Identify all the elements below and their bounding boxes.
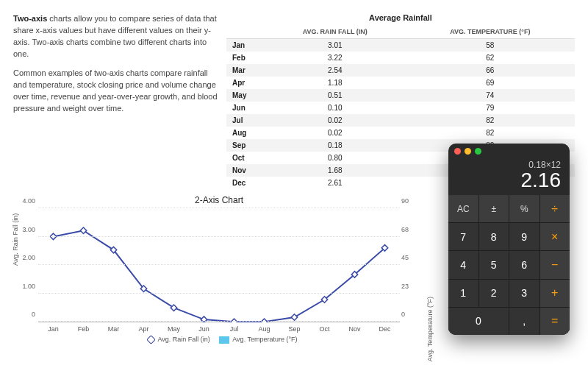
key-0[interactable]: 0 xyxy=(448,308,509,335)
zoom-icon[interactable] xyxy=(475,148,481,155)
yR-tick: 68 xyxy=(401,226,417,233)
key-plusminus[interactable]: ± xyxy=(479,195,509,222)
x-tick: Jul xyxy=(219,325,249,333)
cell-month: Apr xyxy=(226,77,265,89)
cell-month: Oct xyxy=(226,152,265,164)
cell-temp: 79 xyxy=(406,102,575,114)
key-ac[interactable]: AC xyxy=(448,195,478,222)
window-titlebar[interactable] xyxy=(448,144,570,158)
cell-rain: 3.22 xyxy=(265,52,406,64)
legend-marker-bar-icon xyxy=(219,336,229,344)
x-tick: Sep xyxy=(279,325,309,333)
key-equals[interactable]: = xyxy=(540,308,570,335)
cell-month: Mar xyxy=(226,64,265,77)
x-tick: Nov xyxy=(340,325,370,333)
cell-rain: 0.80 xyxy=(265,152,406,164)
two-axis-description: Two-axis charts allow you to compare ser… xyxy=(13,13,226,189)
x-tick: Apr xyxy=(129,325,159,333)
chart-title: 2-Axis Chart xyxy=(13,195,425,205)
close-icon[interactable] xyxy=(454,148,461,155)
key-5[interactable]: 5 xyxy=(479,251,509,278)
key-add[interactable]: + xyxy=(540,280,570,307)
cell-rain: 2.54 xyxy=(265,64,406,77)
key-6[interactable]: 6 xyxy=(509,251,539,278)
table-row: Aug0.0282 xyxy=(226,127,575,139)
table-row: Feb3.2262 xyxy=(226,52,575,64)
key-9[interactable]: 9 xyxy=(509,223,539,250)
table-row: Jan3.0158 xyxy=(226,39,575,52)
key-subtract[interactable]: − xyxy=(540,251,570,278)
chart-legend: Avg. Rain Fall (in) Avg. Temperature (°F… xyxy=(13,336,425,344)
minimize-icon[interactable] xyxy=(465,148,471,155)
key-multiply[interactable]: × xyxy=(540,223,570,250)
x-tick: Jan xyxy=(38,325,68,333)
cell-month: Feb xyxy=(226,52,265,64)
cell-temp: 82 xyxy=(406,114,575,127)
cell-rain: 0.51 xyxy=(265,89,406,102)
table-row: Jul0.0282 xyxy=(226,114,575,127)
col-rain: AVG. RAIN FALL (IN) xyxy=(265,25,406,39)
cell-month: Aug xyxy=(226,127,265,139)
table-row: May0.5174 xyxy=(226,89,575,102)
x-tick: Dec xyxy=(370,325,400,333)
key-percent[interactable]: % xyxy=(509,195,539,222)
key-1[interactable]: 1 xyxy=(448,280,478,307)
legend-marker-line-icon xyxy=(147,335,157,344)
cell-rain: 0.10 xyxy=(265,102,406,114)
yL-tick: 3.00 xyxy=(16,226,35,233)
cell-temp: 62 xyxy=(406,52,575,64)
cell-temp: 66 xyxy=(406,64,575,77)
cell-rain: 2.61 xyxy=(265,177,406,189)
yR-tick: 0 xyxy=(401,311,417,318)
two-axis-chart: 2-Axis Chart Avg. Rain Fall (in) Avg. Te… xyxy=(13,195,425,350)
y-right-axis-label: Avg. Temperature (°F) xyxy=(426,297,434,361)
cell-rain: 0.18 xyxy=(265,139,406,152)
lead-word: Two-axis xyxy=(13,14,47,23)
cell-month: Nov xyxy=(226,164,265,177)
yR-tick: 90 xyxy=(401,197,417,205)
key-4[interactable]: 4 xyxy=(448,251,478,278)
table-title: Average Rainfall xyxy=(226,13,575,22)
calculator-window[interactable]: 0.18×12 2.16 AC ± % ÷ 7 8 9 × 4 5 6 − 1 … xyxy=(448,144,570,335)
col-month xyxy=(226,25,265,39)
key-8[interactable]: 8 xyxy=(479,223,509,250)
cell-rain: 3.01 xyxy=(265,39,406,52)
yR-tick: 45 xyxy=(401,254,417,261)
yR-tick: 23 xyxy=(401,283,417,290)
cell-month: Dec xyxy=(226,177,265,189)
col-temp: AVG. TEMPERATURE (°F) xyxy=(406,25,575,39)
cell-rain: 1.68 xyxy=(265,164,406,177)
cell-month: Jun xyxy=(226,102,265,114)
cell-rain: 0.02 xyxy=(265,127,406,139)
table-row: Apr1.1869 xyxy=(226,77,575,89)
yL-tick: 0 xyxy=(16,311,35,318)
yL-tick: 4.00 xyxy=(16,197,35,205)
x-tick: Oct xyxy=(309,325,340,333)
cell-temp: 82 xyxy=(406,127,575,139)
calculator-display: 0.18×12 2.16 xyxy=(448,158,570,195)
cell-temp: 69 xyxy=(406,77,575,89)
key-3[interactable]: 3 xyxy=(509,280,539,307)
key-divide[interactable]: ÷ xyxy=(540,195,570,222)
cell-temp: 58 xyxy=(406,39,575,52)
cell-month: Jan xyxy=(226,39,265,52)
yL-tick: 1.00 xyxy=(16,283,35,290)
table-row: Jun0.1079 xyxy=(226,102,575,114)
table-row: Mar2.5466 xyxy=(226,64,575,77)
cell-temp: 74 xyxy=(406,89,575,102)
cell-rain: 1.18 xyxy=(265,77,406,89)
x-tick: Aug xyxy=(249,325,279,333)
x-tick: Feb xyxy=(68,325,98,333)
key-decimal[interactable]: , xyxy=(509,308,539,335)
key-2[interactable]: 2 xyxy=(479,280,509,307)
calculator-keypad: AC ± % ÷ 7 8 9 × 4 5 6 − 1 2 3 + 0 , = xyxy=(448,195,570,335)
x-tick: Jun xyxy=(189,325,219,333)
yL-tick: 2.00 xyxy=(16,254,35,261)
x-tick: Mar xyxy=(98,325,129,333)
cell-rain: 0.02 xyxy=(265,114,406,127)
calc-result: 2.16 xyxy=(448,170,561,191)
x-tick: May xyxy=(159,325,189,333)
key-7[interactable]: 7 xyxy=(448,223,478,250)
cell-month: May xyxy=(226,89,265,102)
cell-month: Sep xyxy=(226,139,265,152)
